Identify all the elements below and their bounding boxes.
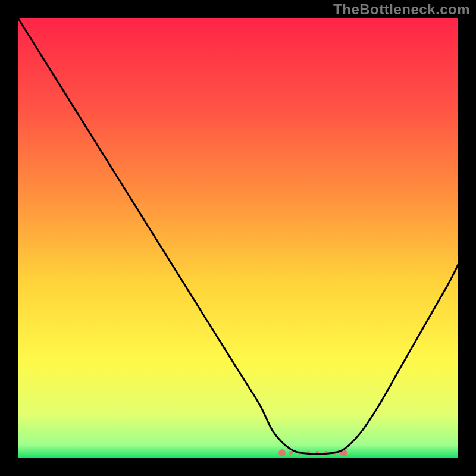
chart-svg bbox=[18, 18, 458, 458]
gradient-background bbox=[18, 18, 458, 458]
watermark-text: TheBottleneck.com bbox=[333, 1, 470, 18]
chart-plot-area bbox=[18, 18, 458, 458]
chart-frame: TheBottleneck.com bbox=[0, 0, 476, 476]
svg-point-0 bbox=[278, 449, 286, 456]
svg-point-2 bbox=[289, 451, 293, 455]
